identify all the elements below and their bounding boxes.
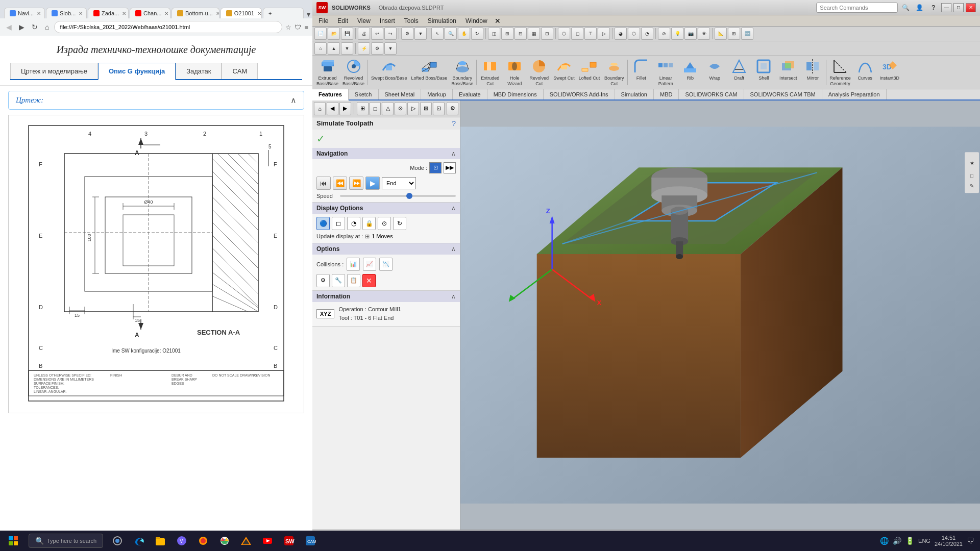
tab-sheet-metal[interactable]: Sheet Metal <box>379 89 422 99</box>
tab-close-1[interactable]: ✕ <box>34 11 41 16</box>
menu-file[interactable]: File <box>314 16 332 26</box>
tab-close-6[interactable]: ✕ <box>254 11 261 16</box>
taskbar-search[interactable]: 🔍 Type here to search <box>29 534 103 548</box>
browser-tab-2[interactable]: Slob... ✕ <box>46 8 87 18</box>
tb-right[interactable]: ▷ <box>598 28 610 40</box>
display-icon-5[interactable]: ⊙ <box>378 217 391 230</box>
tb2-1[interactable]: ⌂ <box>314 42 327 55</box>
tb-view1[interactable]: ◫ <box>488 28 500 40</box>
feature-swept-cut[interactable]: Swept Cut <box>551 57 577 82</box>
tb-annot[interactable]: 🔤 <box>741 28 753 40</box>
feature-shell[interactable]: Shell <box>751 57 776 82</box>
tab-mbd[interactable]: MBD <box>654 89 679 99</box>
tb2-6[interactable]: ▼ <box>384 42 397 55</box>
system-clock[interactable]: 14:51 24/10/2021 <box>935 535 963 547</box>
feature-revolved-cut[interactable]: Revolved Cut <box>527 57 551 88</box>
option-icon-1[interactable]: ⚙ <box>316 274 330 287</box>
sw-user-icon[interactable]: 👤 <box>914 4 925 11</box>
tb-pan[interactable]: ✋ <box>458 28 470 40</box>
taskbar-vlc[interactable] <box>236 531 256 551</box>
tab-list-button[interactable]: ▾ <box>307 10 310 18</box>
feature-wrap[interactable]: Wrap <box>702 57 727 82</box>
option-icon-2[interactable]: 🔧 <box>332 274 345 287</box>
tb-redo[interactable]: ↪ <box>384 28 397 40</box>
feature-lofted-boss[interactable]: Lofted Boss/Base <box>409 57 450 82</box>
tb-print[interactable]: 🖨 <box>358 28 370 40</box>
feature-ref-geo[interactable]: Reference Geometry <box>827 57 853 88</box>
feature-mirror[interactable]: Mirror <box>800 57 825 82</box>
browser-tab-5[interactable]: Bottom-u... ✕ <box>172 8 219 18</box>
settings-button[interactable]: ≡ <box>304 23 308 31</box>
feature-revolved-boss[interactable]: Revolved Boss/Base <box>340 57 366 88</box>
menu-more-icon[interactable]: ✕ <box>495 17 501 25</box>
collision-btn-2[interactable]: 📈 <box>363 258 376 271</box>
panel-confirm-button[interactable]: ✓ <box>312 130 460 148</box>
notification-button[interactable]: 🗨 <box>967 537 974 545</box>
tb-view5[interactable]: ⊡ <box>541 28 553 40</box>
home-button[interactable]: ⌂ <box>43 22 51 32</box>
display-icon-6[interactable]: ↻ <box>393 217 406 230</box>
tb-meas[interactable]: 📐 <box>715 28 727 40</box>
panel-btn-view4[interactable]: ⊙ <box>395 102 406 115</box>
options-section-header[interactable]: Options ∧ <box>312 243 460 255</box>
panel-btn-view5[interactable]: ▷ <box>407 102 419 115</box>
panel-btn-view6[interactable]: ⊠ <box>420 102 432 115</box>
feature-extruded-boss[interactable]: Extruded Boss/Base <box>314 57 340 88</box>
sw-search-button[interactable]: 🔍 <box>902 4 910 11</box>
tab-simulation[interactable]: Simulation <box>615 89 654 99</box>
menu-edit[interactable]: Edit <box>333 16 352 26</box>
sw-help-icon[interactable]: ? <box>929 4 937 11</box>
feature-fillet[interactable]: Fillet <box>629 57 653 82</box>
webpage-tab-task[interactable]: Задатак <box>176 63 222 79</box>
panel-settings-btn[interactable]: ⚙ <box>447 102 458 115</box>
maximize-button[interactable]: □ <box>953 3 964 12</box>
feature-swept-boss[interactable]: Swept Boss/Base <box>369 57 409 82</box>
battery-icon[interactable]: 🔋 <box>905 537 914 545</box>
option-icon-3[interactable]: 📋 <box>347 274 360 287</box>
taskbar-chrome[interactable] <box>214 531 235 551</box>
network-icon[interactable]: 🌐 <box>880 537 889 545</box>
feature-linear-pattern[interactable]: Linear Pattern <box>653 57 678 88</box>
panel-btn-view2[interactable]: □ <box>370 102 381 115</box>
navigation-collapse-icon[interactable]: ∧ <box>451 150 456 157</box>
tab-evaluate[interactable]: Evaluate <box>453 89 487 99</box>
tb2-2[interactable]: ▲ <box>328 42 340 55</box>
tab-addins[interactable]: SOLIDWORKS Add-Ins <box>544 89 615 99</box>
taskbar-cam[interactable]: CAM <box>300 531 321 551</box>
menu-tools[interactable]: Tools <box>400 16 423 26</box>
nav-prev[interactable]: ⏪ <box>333 177 347 190</box>
taskbar-solidworks[interactable]: SW <box>279 531 299 551</box>
feature-intersect[interactable]: Intersect <box>776 57 800 82</box>
tab-close-4[interactable]: ✕ <box>161 11 168 16</box>
back-button[interactable]: ◀ <box>4 22 14 32</box>
tb-open[interactable]: 📂 <box>328 28 340 40</box>
display-icon-2[interactable]: ◻ <box>332 217 345 230</box>
tb-top[interactable]: ⊤ <box>584 28 597 40</box>
forward-button[interactable]: ▶ <box>17 22 27 32</box>
taskbar-firefox[interactable] <box>193 531 213 551</box>
display-options-header[interactable]: Display Options ∧ <box>312 203 460 214</box>
tb-hide[interactable]: 👁 <box>698 28 710 40</box>
tb-new[interactable]: 📄 <box>314 28 327 40</box>
feature-hole-wizard[interactable]: Hole Wizard <box>502 57 527 88</box>
tb-arrow[interactable]: ▼ <box>414 28 427 40</box>
minimize-button[interactable]: — <box>941 3 951 12</box>
tb-camera[interactable]: 📷 <box>684 28 697 40</box>
tb-front[interactable]: ◻ <box>571 28 583 40</box>
webpage-tab-drawing[interactable]: Цртеж и моделирање <box>10 63 98 79</box>
display-icon-4[interactable]: 🔒 <box>362 217 376 230</box>
sw-search-input[interactable] <box>816 3 898 13</box>
tab-close-3[interactable]: ✕ <box>119 11 126 16</box>
tab-close-5[interactable]: ✕ <box>213 11 219 16</box>
taskbar-viber[interactable]: V <box>172 531 192 551</box>
tab-cam[interactable]: SOLIDWORKS CAM <box>679 89 744 99</box>
panel-btn-back[interactable]: ◀ <box>327 102 338 115</box>
feature-draft[interactable]: Draft <box>727 57 751 82</box>
panel-btn-view7[interactable]: ⊡ <box>433 102 445 115</box>
tb2-4[interactable]: ⚡ <box>358 42 370 55</box>
tab-sketch[interactable]: Sketch <box>349 89 379 99</box>
information-section-header[interactable]: Information ∧ <box>312 291 460 302</box>
menu-view[interactable]: View <box>353 16 375 26</box>
nav-end-select[interactable]: End Start Current <box>382 177 416 189</box>
tb2-3[interactable]: ▼ <box>341 42 353 55</box>
